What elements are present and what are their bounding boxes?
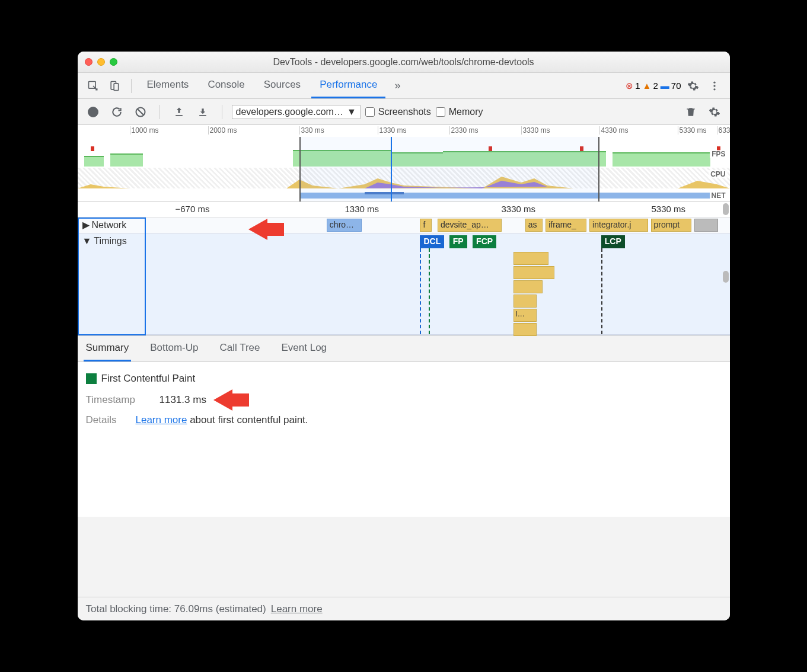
screenshots-checkbox[interactable]: Screenshots [365,107,431,117]
status-counters[interactable]: ⊗1 ▲2 ▬70 [626,81,681,91]
cpu-label: CPU [709,170,727,178]
lcp-marker[interactable]: LCP [601,235,625,248]
ruler-tick: 5330 ms [678,126,707,135]
timings-track-header[interactable]: ▼ Timings [78,234,146,248]
network-item[interactable]: iframe_ [546,219,586,232]
footer-bar: Total blocking time: 76.09ms (estimated)… [78,597,730,620]
network-item[interactable]: as [525,219,543,232]
timings-track-label: Timings [94,236,126,247]
detail-tick: −670 ms [176,204,210,214]
window-titlebar: DevTools - developers.google.com/web/too… [78,52,730,73]
event-color-swatch [86,373,97,384]
task-block[interactable] [513,266,554,279]
warning-count: 2 [653,81,658,91]
main-tab-bar: Elements Console Sources Performance » ⊗… [78,73,730,99]
detail-tick: 5330 ms [652,204,686,214]
memory-checkbox[interactable]: Memory [436,107,483,117]
tab-call-tree[interactable]: Call Tree [217,336,262,361]
ruler-tick: 633 [717,126,730,135]
dropdown-icon: ▼ [347,107,356,117]
details-label: Details [86,414,122,426]
overview-tracks: FPS CPU NET [78,137,730,202]
network-item[interactable]: prompt [651,219,692,232]
network-item[interactable]: devsite_ap… [438,219,502,232]
learn-more-link[interactable]: Learn more [136,414,187,425]
record-button[interactable] [84,103,103,121]
timestamp-label: Timestamp [86,394,145,406]
timings-track-row: ▼ Timings DCL FP FCP LCP l… [78,234,730,335]
task-block[interactable] [513,295,537,308]
screenshots-input[interactable] [365,107,375,117]
overview-timeline[interactable]: 1000 ms 2000 ms 330 ms 1330 ms 2330 ms 3… [78,125,730,202]
task-block[interactable] [513,280,543,293]
tab-sources[interactable]: Sources [256,73,309,98]
save-profile-icon[interactable] [193,103,212,121]
close-button[interactable] [85,58,92,66]
tab-performance[interactable]: Performance [311,73,385,98]
ruler-tick: 2330 ms [449,126,479,135]
overview-selection-window[interactable] [299,137,599,202]
clear-button[interactable] [131,103,150,121]
task-block[interactable] [513,323,537,336]
fp-marker[interactable]: FP [449,235,467,248]
overview-ruler: 1000 ms 2000 ms 330 ms 1330 ms 2330 ms 3… [78,125,730,137]
empty-space [78,517,730,597]
ruler-tick: 1330 ms [378,126,407,135]
maximize-button[interactable] [110,58,117,66]
ruler-tick: 1000 ms [130,126,159,135]
performance-toolbar: developers.google.com… ▼ Screenshots Mem… [78,99,730,125]
recording-selector[interactable]: developers.google.com… ▼ [232,105,361,119]
dcl-marker[interactable]: DCL [420,235,444,248]
capture-settings-icon[interactable] [705,103,724,121]
tab-summary[interactable]: Summary [84,336,132,361]
timings-track-content: DCL FP FCP LCP l… [146,234,730,334]
timestamp-value: 1131.3 ms [160,394,206,406]
tab-console[interactable]: Console [199,73,253,98]
tab-bottom-up[interactable]: Bottom-Up [148,336,200,361]
net-label: NET [710,191,728,200]
inspect-element-icon[interactable] [84,76,103,95]
settings-icon[interactable] [684,76,703,95]
tab-elements[interactable]: Elements [139,73,197,98]
network-track-row: ▶ Network chro… f devsite_ap… as iframe_… [78,217,730,234]
detail-tick: 1330 ms [345,204,379,214]
fps-label: FPS [710,150,727,158]
kebab-menu-icon[interactable] [705,76,724,95]
collect-garbage-icon[interactable] [681,103,700,121]
timestamp-row: Timestamp 1131.3 ms [86,394,722,406]
devtools-window: DevTools - developers.google.com/web/too… [78,52,730,620]
fcp-marker[interactable]: FCP [473,235,496,248]
error-icon: ⊗ [626,81,633,91]
network-track-content: chro… f devsite_ap… as iframe_ integrato… [146,217,730,233]
ruler-tick: 2000 ms [208,126,237,135]
ruler-tick: 4330 ms [599,126,629,135]
device-toggle-icon[interactable] [105,76,124,95]
svg-point-3 [713,81,715,83]
details-text: about first contentful paint. [187,414,308,425]
task-block[interactable] [513,252,548,265]
reload-button[interactable] [107,103,126,121]
separator [222,105,222,119]
footer-learn-more-link[interactable]: Learn more [271,603,323,615]
scrollbar-thumb[interactable] [723,271,729,283]
network-track-label: Network [92,220,127,231]
detail-ruler: −670 ms 1330 ms 3330 ms 5330 ms [78,202,730,217]
scrollbar-thumb[interactable] [723,203,729,215]
network-item[interactable] [694,219,717,232]
network-track-header[interactable]: ▶ Network [78,217,146,232]
details-tab-bar: Summary Bottom-Up Call Tree Event Log [78,336,730,362]
details-row: Details Learn more about first contentfu… [86,414,722,426]
task-block[interactable]: l… [513,309,537,322]
memory-input[interactable] [436,107,445,117]
flame-chart-area[interactable]: ▶ Network chro… f devsite_ap… as iframe_… [78,217,730,336]
recording-url: developers.google.com… [236,107,343,117]
network-item[interactable]: f [420,219,432,232]
svg-point-4 [713,85,715,87]
network-item[interactable]: integrator.j [589,219,648,232]
load-profile-icon[interactable] [170,103,189,121]
tab-event-log[interactable]: Event Log [279,336,330,361]
minimize-button[interactable] [97,58,105,66]
summary-panel: First Contentful Paint Timestamp 1131.3 … [78,362,730,517]
more-tabs-icon[interactable]: » [388,76,407,95]
network-item[interactable]: chro… [327,219,362,232]
